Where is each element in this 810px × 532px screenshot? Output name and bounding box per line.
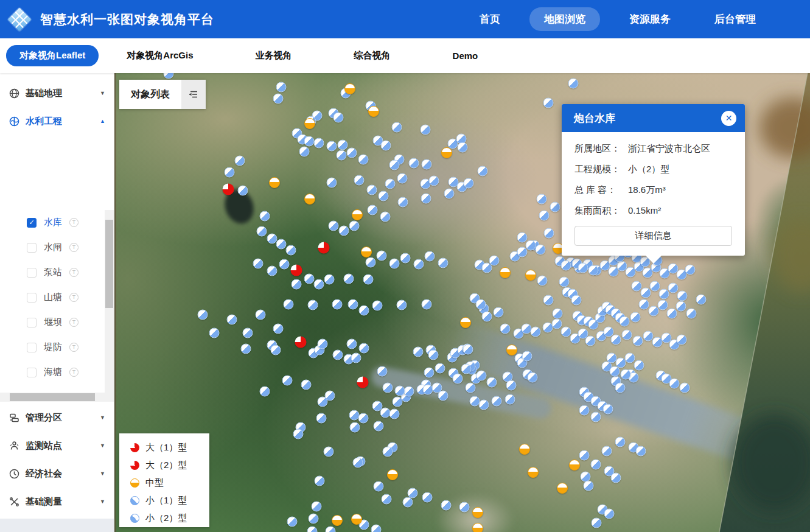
small-reservoir-marker[interactable] [579, 405, 590, 416]
small-reservoir-marker[interactable] [611, 473, 621, 483]
small-reservoir-marker[interactable] [632, 281, 642, 292]
small-reservoir-marker[interactable] [621, 369, 631, 380]
small-reservoir-marker[interactable] [349, 221, 360, 231]
layer-row-7[interactable]: 海塘T [0, 360, 105, 385]
small-reservoir-marker[interactable] [238, 186, 248, 196]
object-list-label[interactable]: 对象列表 [119, 80, 181, 109]
small-reservoir-marker[interactable] [611, 335, 621, 345]
small-reservoir-marker[interactable] [358, 155, 369, 165]
small-reservoir-marker[interactable] [383, 447, 393, 457]
small-reservoir-marker[interactable] [553, 309, 563, 319]
small-reservoir-marker[interactable] [198, 310, 208, 320]
small-reservoir-marker[interactable] [359, 343, 369, 354]
small-reservoir-marker[interactable] [680, 383, 690, 393]
small-reservoir-marker[interactable] [344, 274, 354, 284]
small-reservoir-marker[interactable] [324, 275, 335, 285]
small-reservoir-marker[interactable] [539, 211, 550, 221]
small-reservoir-marker[interactable] [354, 175, 365, 186]
small-reservoir-marker[interactable] [389, 160, 400, 170]
small-reservoir-marker[interactable] [253, 259, 264, 269]
small-reservoir-marker[interactable] [622, 330, 632, 340]
small-reservoir-marker[interactable] [271, 345, 281, 355]
medium-reservoir-marker[interactable] [368, 106, 379, 117]
small-reservoir-marker[interactable] [458, 142, 468, 153]
small-reservoir-marker[interactable] [536, 245, 546, 255]
small-reservoir-marker[interactable] [604, 509, 615, 519]
small-reservoir-marker[interactable] [500, 324, 511, 334]
small-reservoir-marker[interactable] [639, 299, 649, 310]
small-reservoir-marker[interactable] [633, 336, 643, 346]
small-reservoir-marker[interactable] [318, 339, 328, 349]
small-reservoir-marker[interactable] [696, 295, 707, 305]
small-reservoir-marker[interactable] [522, 351, 532, 362]
small-reservoir-marker[interactable] [537, 194, 547, 205]
scroll-up-icon[interactable] [105, 210, 114, 219]
small-reservoir-marker[interactable] [517, 233, 528, 243]
small-reservoir-marker[interactable] [260, 211, 270, 222]
small-reservoir-marker[interactable] [347, 148, 357, 158]
small-reservoir-marker[interactable] [286, 245, 296, 256]
medium-reservoir-marker[interactable] [304, 118, 315, 129]
small-reservoir-marker[interactable] [686, 309, 697, 319]
small-reservoir-marker[interactable] [479, 400, 489, 410]
layer-row-1[interactable]: ✓水库T [0, 210, 105, 235]
layer-checkbox[interactable] [27, 318, 37, 327]
medium-reservoir-marker[interactable] [361, 247, 372, 257]
small-reservoir-marker[interactable] [470, 396, 480, 407]
small-reservoir-marker[interactable] [476, 299, 486, 310]
medium-reservoir-marker[interactable] [269, 177, 280, 188]
small-reservoir-marker[interactable] [414, 259, 424, 270]
small-reservoir-marker[interactable] [395, 386, 405, 396]
small-reservoir-marker[interactable] [561, 327, 571, 337]
small-reservoir-marker[interactable] [404, 387, 414, 397]
small-reservoir-marker[interactable] [531, 327, 541, 337]
small-reservoir-marker[interactable] [389, 259, 400, 269]
small-reservoir-marker[interactable] [636, 446, 646, 457]
small-reservoir-marker[interactable] [435, 363, 445, 374]
small-reservoir-marker[interactable] [585, 336, 596, 346]
small-reservoir-marker[interactable] [326, 527, 336, 532]
small-reservoir-marker[interactable] [422, 492, 433, 503]
small-reservoir-marker[interactable] [287, 517, 298, 527]
small-reservoir-marker[interactable] [550, 202, 560, 212]
small-reservoir-marker[interactable] [347, 339, 357, 349]
medium-reservoir-marker[interactable] [351, 514, 362, 525]
small-reservoir-marker[interactable] [333, 350, 343, 360]
small-reservoir-marker[interactable] [459, 502, 470, 513]
small-reservoir-marker[interactable] [209, 328, 220, 338]
small-reservoir-marker[interactable] [543, 295, 554, 306]
small-reservoir-marker[interactable] [668, 283, 679, 293]
large-reservoir-marker[interactable] [223, 184, 234, 195]
small-reservoir-marker[interactable] [308, 300, 318, 310]
small-reservoir-marker[interactable] [602, 446, 612, 457]
small-reservoir-marker[interactable] [659, 289, 669, 299]
small-reservoir-marker[interactable] [397, 173, 408, 184]
small-reservoir-marker[interactable] [292, 279, 302, 290]
small-reservoir-marker[interactable] [273, 324, 284, 334]
small-reservoir-marker[interactable] [537, 276, 548, 286]
small-reservoir-marker[interactable] [339, 226, 349, 236]
small-reservoir-marker[interactable] [579, 450, 590, 461]
small-reservoir-marker[interactable] [658, 300, 668, 310]
small-reservoir-marker[interactable] [353, 458, 363, 468]
medium-reservoir-marker[interactable] [519, 444, 530, 455]
small-reservoir-marker[interactable] [332, 299, 343, 310]
small-reservoir-marker[interactable] [366, 257, 376, 268]
small-reservoir-marker[interactable] [489, 256, 500, 266]
small-reservoir-marker[interactable] [282, 376, 293, 386]
medium-reservoir-marker[interactable] [569, 460, 580, 471]
sidebar-section-2[interactable]: 水利工程▲ [0, 107, 114, 135]
small-reservoir-marker[interactable] [392, 122, 402, 133]
map-canvas[interactable]: 对象列表 大（1）型大（2）型中型小（1）型小（2）型 炮台水库 ✕ 所属地区：… [114, 73, 810, 532]
small-reservoir-marker[interactable] [603, 404, 613, 415]
small-reservoir-marker[interactable] [429, 176, 439, 186]
small-reservoir-marker[interactable] [350, 422, 360, 433]
nav-item-4[interactable]: 后台管理 [700, 7, 770, 31]
sidebar-section-bottom-2[interactable]: 监测站点▼ [0, 432, 114, 460]
small-reservoir-marker[interactable] [487, 377, 497, 388]
small-reservoir-marker[interactable] [359, 306, 369, 316]
layer-row-6[interactable]: 堤防T [0, 335, 105, 360]
small-reservoir-marker[interactable] [441, 500, 452, 511]
small-reservoir-marker[interactable] [279, 259, 290, 270]
small-reservoir-marker[interactable] [227, 315, 237, 325]
